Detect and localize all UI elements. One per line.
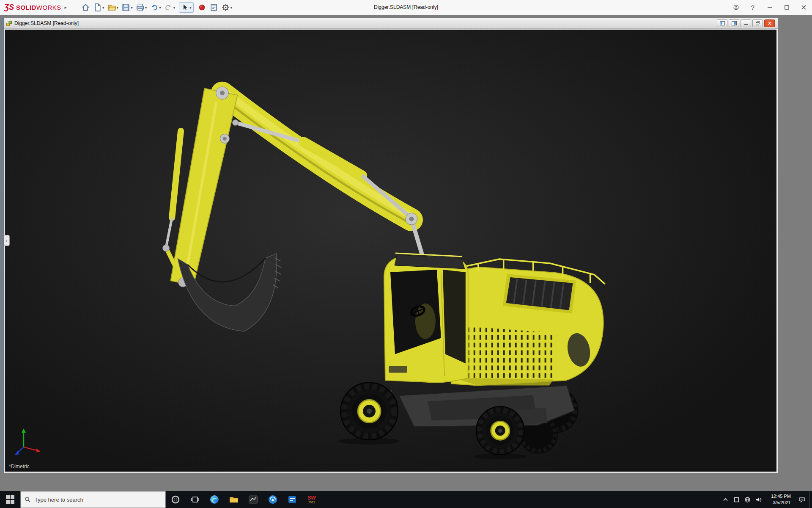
excavator-model[interactable] [5, 30, 776, 472]
network-button[interactable] [742, 491, 753, 508]
new-document-button[interactable]: ▾ [92, 2, 105, 13]
window-title: Digger.SLDASM [Read-only] [374, 4, 438, 10]
save-button[interactable]: ▾ [121, 2, 134, 13]
app-titlebar: ƷSSOLIDWORKS ▸ ▾ ▾ ▾ ▾ ▾ ▾ [0, 0, 812, 15]
doc-restore-button[interactable] [752, 19, 763, 27]
close-button[interactable] [795, 0, 812, 15]
close-icon [801, 5, 807, 10]
minimize-button[interactable] [761, 0, 778, 15]
document-title: Digger.SLDASM [Read-only] [14, 20, 79, 26]
network-icon [744, 497, 751, 503]
file-explorer-button[interactable] [224, 491, 244, 508]
open-folder-icon [107, 3, 116, 12]
split-left-icon [720, 21, 725, 25]
blue-round-app-icon [268, 494, 278, 505]
display-app-button[interactable] [283, 491, 302, 508]
caret-down-icon[interactable]: ▾ [131, 6, 133, 10]
doc-restore-icon [755, 21, 760, 25]
dassault-logo-glyph: ƷS [4, 3, 14, 12]
front-left-wheel[interactable] [339, 382, 400, 444]
solidworks-logo: ƷSSOLIDWORKS [0, 3, 65, 12]
caret-down-icon[interactable]: ▾ [102, 6, 104, 10]
evaluate-button[interactable] [208, 2, 219, 13]
caret-down-icon[interactable]: ▾ [159, 6, 161, 10]
undo-icon [150, 3, 159, 12]
featuremanager-collapse-tab[interactable]: ‹ [4, 235, 10, 246]
options-gear-icon [221, 3, 230, 12]
search-input[interactable] [35, 497, 162, 503]
print-button[interactable]: ▾ [135, 2, 148, 13]
orientation-triad [14, 428, 41, 455]
search-icon [25, 496, 31, 503]
select-arrow-icon [181, 3, 189, 11]
tray-app-button[interactable] [731, 491, 742, 508]
doc-close-button[interactable] [764, 19, 775, 27]
caret-down-icon[interactable]: ▾ [145, 6, 147, 10]
undo-button[interactable]: ▾ [149, 2, 162, 13]
cortana-button[interactable] [166, 491, 185, 508]
doc-close-icon [767, 21, 772, 25]
home-icon [81, 3, 90, 12]
view-orientation-label: *Dimetric [9, 464, 30, 469]
show-desktop-button[interactable] [809, 491, 812, 508]
account-icon [733, 5, 739, 10]
solidworks-taskbar-icon: SW 2021 [307, 495, 315, 504]
caret-down-icon[interactable]: ▾ [117, 6, 119, 10]
blue-square-app-icon [287, 494, 297, 505]
system-tray: 12:45 PM 3/5/2021 [720, 491, 812, 508]
windows-logo-icon [6, 495, 14, 504]
threedexperience-button[interactable] [197, 2, 207, 13]
edge-button[interactable] [205, 491, 224, 508]
taskbar-clock[interactable]: 12:45 PM 3/5/2021 [764, 493, 794, 506]
volume-button[interactable] [753, 491, 764, 508]
split-view-right-button[interactable] [729, 19, 739, 27]
cab[interactable] [384, 253, 468, 382]
clock-date: 3/5/2021 [765, 500, 791, 506]
options-button[interactable]: ▾ [220, 2, 233, 13]
clock-time: 12:45 PM [765, 493, 791, 500]
account-button[interactable] [727, 0, 744, 15]
split-right-icon [732, 21, 737, 25]
toolbar-expand-icon[interactable]: ▸ [65, 5, 67, 10]
graphics-viewport[interactable]: *Dimetric [5, 30, 776, 472]
new-document-icon [93, 3, 102, 12]
caret-down-icon[interactable]: ▾ [173, 6, 176, 10]
cortana-icon [170, 494, 181, 505]
boom-arm[interactable] [163, 87, 422, 287]
maximize-button[interactable] [778, 0, 795, 15]
chevron-up-icon [722, 497, 729, 503]
task-view-button[interactable] [185, 491, 205, 508]
assembly-document-icon [6, 20, 12, 27]
rear-left-wheel[interactable] [474, 406, 527, 459]
file-explorer-icon [229, 494, 239, 505]
open-button[interactable]: ▾ [107, 2, 120, 13]
caret-down-icon[interactable]: ▾ [189, 6, 192, 10]
redo-button[interactable]: ▾ [163, 2, 176, 13]
select-tool-button[interactable]: ▾ [179, 2, 194, 13]
dark-app-icon [248, 494, 258, 505]
edge-icon [209, 494, 219, 505]
start-button[interactable] [0, 491, 20, 508]
hidden-icons-button[interactable] [720, 491, 731, 508]
snip-tool-button[interactable] [244, 491, 263, 508]
red-sphere-icon [198, 3, 206, 12]
action-center-icon [799, 497, 805, 503]
action-center-button[interactable] [794, 491, 809, 508]
document-window-controls [717, 19, 776, 27]
home-button[interactable] [80, 2, 91, 13]
help-button[interactable]: ? [744, 0, 761, 15]
media-app-button[interactable] [263, 491, 283, 508]
properties-sheet-icon [209, 3, 218, 12]
document-titlebar[interactable]: Digger.SLDASM [Read-only] [4, 18, 778, 29]
solidworks-app-button[interactable]: SW 2021 [302, 491, 321, 508]
minimize-icon [767, 5, 773, 10]
split-view-left-button[interactable] [717, 19, 727, 27]
taskbar-search[interactable] [20, 491, 166, 508]
doc-minimize-button[interactable] [741, 19, 751, 27]
chevron-left-icon: ‹ [6, 238, 7, 243]
tray-app-icon [733, 497, 740, 503]
volume-icon [755, 497, 762, 503]
caret-down-icon[interactable]: ▾ [230, 6, 233, 10]
maximize-icon [784, 5, 790, 10]
upper-body[interactable] [451, 259, 605, 385]
